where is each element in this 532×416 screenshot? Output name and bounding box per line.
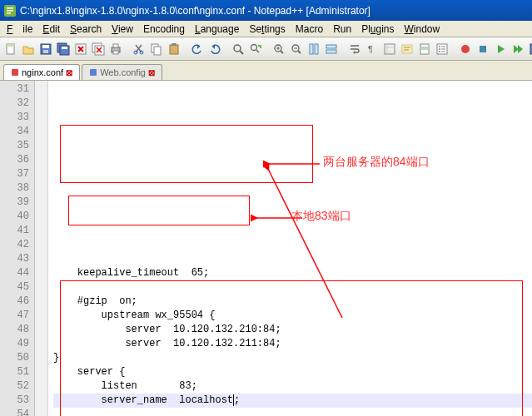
tab-close-icon[interactable]: ⊠ (66, 68, 72, 77)
line-number: 54 (2, 408, 29, 416)
svg-text:¶: ¶ (368, 44, 373, 54)
svg-rect-34 (402, 45, 412, 53)
line-number: 42 (2, 238, 29, 252)
user-lang-button[interactable] (400, 40, 415, 58)
show-all-chars-button[interactable]: ¶ (365, 40, 380, 58)
tab-bar: nginx.conf ⊠ Web.config ⊠ (0, 61, 532, 81)
svg-rect-7 (42, 45, 49, 48)
menu-view[interactable]: View (107, 22, 138, 37)
line-number: 32 (2, 97, 29, 111)
line-number: 49 (2, 337, 29, 351)
menu-encoding[interactable]: Encoding (138, 22, 190, 37)
code-line: keepalive_timeout 65; (53, 266, 532, 280)
code-line: server 10.120.132.211:84; (53, 337, 532, 351)
cut-button[interactable] (132, 40, 147, 58)
svg-point-40 (439, 51, 440, 52)
toolbar: ¶ (0, 37, 532, 61)
line-number: 53 (2, 394, 29, 408)
code-line: server_name localhost; (53, 394, 532, 408)
menu-run[interactable]: Run (328, 22, 356, 37)
line-number: 31 (2, 82, 29, 97)
redo-button[interactable] (207, 40, 222, 58)
code-area[interactable]: 两台服务器的84端口 本地83端口 keepalive_timeout 65; … (48, 81, 532, 416)
code-line: server 10.120.132.210:84; (53, 323, 532, 337)
menu-settings[interactable]: Settings (244, 22, 290, 37)
line-number: 35 (2, 139, 29, 153)
line-number: 46 (2, 295, 29, 309)
window-title: C:\nginx1.8\nginx-1.8.0\nginx-1.8.0\conf… (20, 5, 370, 17)
line-number: 43 (2, 252, 29, 266)
svg-rect-31 (326, 50, 336, 53)
svg-rect-33 (385, 44, 395, 54)
line-number: 48 (2, 323, 29, 337)
line-number: 51 (2, 365, 29, 379)
annotation-text-1: 两台服务器的84端口 (323, 155, 430, 169)
tab-nginx-conf[interactable]: nginx.conf ⊠ (3, 64, 80, 80)
record-macro-button[interactable] (458, 40, 473, 58)
line-number: 47 (2, 309, 29, 323)
svg-point-25 (251, 44, 257, 50)
annotation-box-listen (68, 196, 250, 225)
stop-macro-button[interactable] (475, 40, 490, 58)
tab-modified-icon (11, 68, 19, 77)
code-line: server { (53, 365, 532, 379)
zoom-in-button[interactable] (271, 40, 286, 58)
save-macro-button[interactable] (528, 40, 532, 58)
open-file-button[interactable] (21, 40, 36, 58)
menu-macro[interactable]: Macro (291, 22, 328, 37)
indent-guide-button[interactable] (382, 40, 397, 58)
func-list-button[interactable] (435, 40, 450, 58)
sync-h-button[interactable] (324, 40, 339, 58)
play-macro-button[interactable] (493, 40, 508, 58)
line-number: 33 (2, 111, 29, 125)
app-icon (3, 4, 17, 17)
tab-close-icon[interactable]: ⊠ (148, 68, 155, 77)
tab-label: Web.config (100, 67, 146, 77)
svg-rect-8 (43, 50, 48, 53)
svg-rect-36 (420, 47, 429, 50)
editor-area: 3132333435363738394041424344454647484950… (0, 81, 532, 416)
tab-web-config[interactable]: Web.config ⊠ (82, 64, 162, 80)
save-all-button[interactable] (56, 40, 71, 58)
line-number: 39 (2, 196, 29, 210)
menu-file[interactable]: File (2, 22, 37, 37)
new-file-button[interactable] (3, 40, 18, 58)
copy-button[interactable] (149, 40, 164, 58)
line-number: 44 (2, 266, 29, 280)
doc-map-button[interactable] (417, 40, 432, 58)
svg-rect-16 (113, 44, 118, 47)
code-line: upstream wx_95504 { (53, 309, 532, 323)
line-number: 36 (2, 153, 29, 167)
menu-plugins[interactable]: Plugins (356, 22, 399, 37)
code-line: listen 83; (53, 379, 532, 394)
svg-rect-44 (12, 69, 18, 76)
close-button[interactable] (73, 40, 88, 58)
menu-bar: File Edit Search View Encoding Language … (0, 21, 532, 37)
replace-button[interactable] (248, 40, 263, 58)
save-button[interactable] (38, 40, 53, 58)
print-button[interactable] (108, 40, 123, 58)
svg-rect-30 (326, 45, 336, 48)
menu-window[interactable]: Window (400, 22, 445, 37)
find-button[interactable] (231, 40, 246, 58)
svg-rect-11 (62, 47, 67, 49)
undo-button[interactable] (190, 40, 205, 58)
annotation-box-upstream (60, 125, 313, 183)
svg-rect-29 (315, 44, 318, 54)
line-number: 45 (2, 280, 29, 295)
close-all-button[interactable] (91, 40, 106, 58)
menu-search[interactable]: Search (65, 22, 107, 37)
menu-edit[interactable]: Edit (37, 22, 65, 37)
sync-v-button[interactable] (306, 40, 321, 58)
svg-rect-17 (113, 51, 118, 54)
wordwrap-button[interactable] (347, 40, 362, 58)
play-multi-button[interactable] (510, 40, 525, 58)
line-number: 34 (2, 125, 29, 139)
line-number: 37 (2, 167, 29, 181)
svg-point-39 (439, 48, 440, 50)
tab-label: nginx.conf (22, 67, 63, 77)
menu-language[interactable]: Language (190, 22, 244, 37)
zoom-out-button[interactable] (289, 40, 304, 58)
line-number: 40 (2, 210, 29, 224)
paste-button[interactable] (167, 40, 181, 58)
